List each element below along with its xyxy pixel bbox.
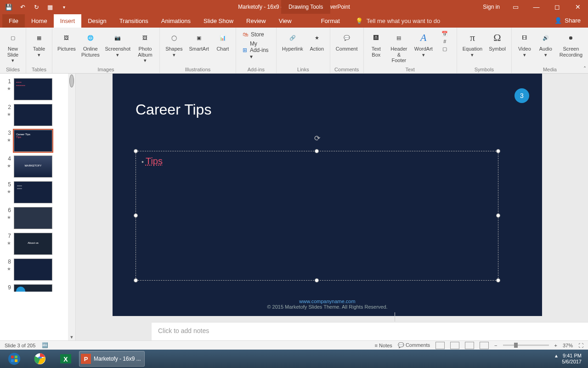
tab-review[interactable]: Review: [240, 14, 272, 28]
footer-url[interactable]: www.companyname.com: [299, 299, 355, 304]
notes-pane[interactable]: Click to add notes: [152, 322, 588, 340]
slide-counter[interactable]: Slide 3 of 205: [5, 343, 35, 348]
zoom-out-button[interactable]: −: [494, 343, 497, 348]
thumb-6[interactable]: 6★: [0, 205, 75, 231]
thumb-3[interactable]: 3★Career TipsTips: [0, 128, 75, 154]
start-button[interactable]: [2, 351, 27, 367]
tab-format[interactable]: Format: [315, 14, 346, 28]
zoom-in-button[interactable]: +: [554, 343, 557, 348]
collapse-ribbon-icon[interactable]: ˄: [583, 66, 586, 72]
tab-animations[interactable]: Animations: [155, 14, 197, 28]
online-pictures-button[interactable]: 🌐Online Pictures: [79, 29, 102, 64]
video-button[interactable]: 🎞Video ▾: [514, 29, 535, 58]
zoom-percent[interactable]: 37%: [563, 343, 573, 348]
tab-slideshow[interactable]: Slide Show: [197, 14, 240, 28]
slideshow-view-button[interactable]: [480, 342, 489, 349]
save-icon[interactable]: 💾: [5, 3, 13, 11]
minimize-icon[interactable]: —: [526, 0, 547, 14]
powerpoint-app[interactable]: P Marketofy - 16x9 ...: [79, 351, 145, 367]
redo-icon[interactable]: ↻: [32, 3, 40, 11]
slide-canvas[interactable]: Career Tips 3 ⟳ Tips www.companyname.com…: [113, 74, 542, 316]
sorter-view-button[interactable]: [450, 342, 459, 349]
zoom-slider[interactable]: [503, 345, 549, 346]
undo-icon[interactable]: ↶: [18, 3, 27, 11]
resize-handle-se[interactable]: [496, 278, 500, 282]
chrome-app[interactable]: [28, 351, 52, 367]
thumb-2[interactable]: 2★: [0, 102, 75, 128]
photo-album-button[interactable]: 🖼Photo Album ▾: [134, 29, 157, 64]
tab-insert[interactable]: Insert: [54, 14, 82, 28]
store-button[interactable]: 🛍Store: [243, 31, 270, 38]
thumb-9[interactable]: 9: [0, 282, 75, 292]
rotation-handle-icon[interactable]: ⟳: [314, 134, 320, 143]
header-footer-button[interactable]: ▤Header & Footer: [387, 29, 411, 64]
thumb-4[interactable]: 4★MARKETOFY: [0, 154, 75, 179]
screenshot-button[interactable]: 📷Screenshot ▾: [103, 29, 133, 64]
reading-view-button[interactable]: [465, 342, 474, 349]
screen-recording-button[interactable]: ⏺Screen Recording: [557, 29, 585, 58]
excel-app[interactable]: X: [53, 351, 78, 367]
qat-dropdown-icon[interactable]: ▾: [60, 3, 68, 11]
tab-file[interactable]: File: [2, 14, 25, 28]
start-from-beginning-icon[interactable]: ▦: [46, 3, 54, 11]
sign-in-link[interactable]: Sign in: [477, 4, 505, 10]
thumb-8[interactable]: 8★: [0, 257, 75, 282]
smartart-button[interactable]: ▣SmartArt: [186, 29, 211, 58]
thumb-1[interactable]: 1★━━━━━━━━: [0, 76, 75, 102]
text-extras[interactable]: 📅#▢: [436, 29, 454, 64]
chart-button[interactable]: 📊Chart: [213, 29, 233, 58]
tab-view[interactable]: View: [272, 14, 298, 28]
photo-album-icon: 🖼: [138, 30, 153, 45]
thumb-7[interactable]: 7★About us: [0, 231, 75, 257]
maximize-icon[interactable]: ◻: [547, 0, 567, 14]
zoom-slider-knob[interactable]: [514, 343, 518, 348]
tab-design[interactable]: Design: [81, 14, 113, 28]
resize-handle-s[interactable]: [315, 278, 319, 282]
bullet-text[interactable]: Tips: [141, 156, 163, 167]
thumb-5[interactable]: 5★▫▫▫▫▫▫▫▫▫▫: [0, 179, 75, 205]
resize-handle-sw[interactable]: [134, 278, 138, 282]
pictures-button[interactable]: 🖼Pictures: [55, 29, 78, 64]
slide-number-badge: 3: [514, 88, 529, 103]
resize-handle-nw[interactable]: [134, 149, 138, 153]
slide-edit-area[interactable]: Career Tips 3 ⟳ Tips www.companyname.com…: [76, 74, 588, 340]
table-button[interactable]: ▦Table ▾: [29, 29, 49, 58]
ribbon-display-options-icon[interactable]: ▭: [505, 0, 526, 14]
scroll-down-icon[interactable]: ▼: [69, 334, 75, 340]
notes-toggle[interactable]: ≡ Notes: [375, 343, 392, 348]
tab-home[interactable]: Home: [25, 14, 54, 28]
my-addins-button[interactable]: ⊞My Add-ins ▾: [243, 40, 270, 60]
normal-view-button[interactable]: [435, 342, 445, 349]
fit-to-window-button[interactable]: ⛶: [578, 343, 583, 348]
resize-handle-n[interactable]: [315, 149, 319, 153]
comment-button[interactable]: 💬Comment: [333, 29, 361, 53]
resize-handle-ne[interactable]: [496, 149, 500, 153]
wordart-button[interactable]: AWordArt ▾: [412, 29, 435, 64]
hyperlink-button[interactable]: 🔗Hyperlink: [279, 29, 306, 53]
spellcheck-icon[interactable]: 🔤: [42, 342, 48, 348]
audio-button[interactable]: 🔊Audio ▾: [536, 29, 556, 58]
new-slide-button[interactable]: ▢New Slide ▾: [3, 29, 23, 64]
comments-toggle[interactable]: 💬 Comments: [398, 342, 430, 348]
tell-me-search[interactable]: 💡 Tell me what you want to do: [356, 17, 440, 28]
symbol-button[interactable]: ΩSymbol: [486, 29, 509, 58]
share-button[interactable]: 👤 Share: [551, 15, 584, 26]
resize-handle-w[interactable]: [134, 213, 138, 218]
svg-rect-2: [15, 356, 17, 358]
slide-title[interactable]: Career Tips: [136, 101, 211, 118]
screen-recording-icon: ⏺: [564, 30, 578, 45]
action-button[interactable]: ★Action: [307, 29, 327, 53]
equation-button[interactable]: πEquation ▾: [460, 29, 485, 58]
text-box-button[interactable]: 🅰Text Box: [367, 29, 386, 64]
resize-handle-e[interactable]: [496, 213, 500, 218]
svg-point-0: [8, 353, 20, 365]
content-text-box[interactable]: ⟳ Tips: [136, 151, 498, 281]
tray-chevron-icon[interactable]: ▲: [554, 353, 559, 358]
thumb-scrollbar[interactable]: ▲ ▼: [68, 74, 75, 340]
chart-icon: 📊: [215, 30, 230, 45]
shapes-button[interactable]: ◯Shapes ▾: [163, 29, 185, 58]
close-icon[interactable]: ✕: [567, 0, 588, 14]
tab-transitions[interactable]: Transitions: [113, 14, 155, 28]
scroll-handle[interactable]: [69, 75, 74, 87]
system-clock[interactable]: ▲ 9:41 PM5/6/2017: [554, 353, 586, 365]
